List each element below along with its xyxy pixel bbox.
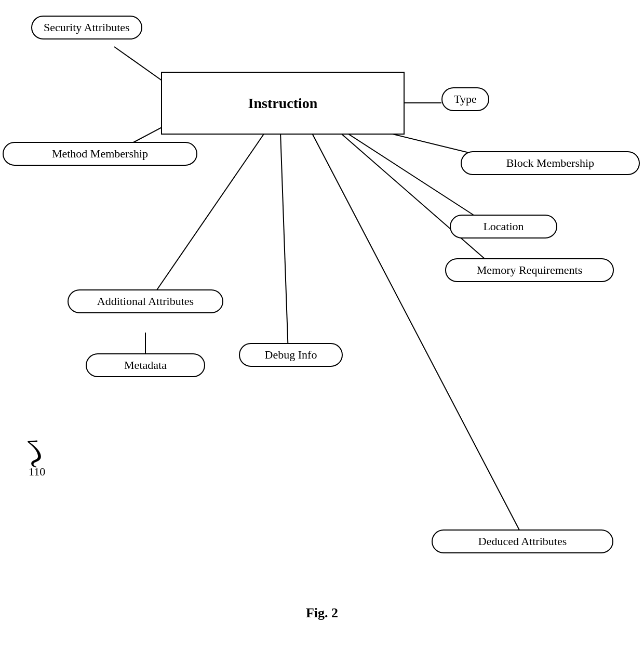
- type-node: Type: [441, 87, 489, 111]
- svg-line-8: [280, 133, 288, 353]
- metadata-label: Metadata: [124, 359, 167, 372]
- memory-requirements-label: Memory Requirements: [477, 263, 582, 277]
- method-membership-label: Method Membership: [52, 147, 148, 161]
- security-attributes-label: Security Attributes: [44, 21, 130, 34]
- figure-number-label: 110: [29, 465, 45, 479]
- memory-requirements-node: Memory Requirements: [445, 258, 614, 282]
- deduced-attributes-node: Deduced Attributes: [432, 529, 613, 553]
- debug-info-node: Debug Info: [239, 343, 343, 367]
- location-node: Location: [450, 215, 557, 239]
- block-membership-node: Block Membership: [461, 151, 640, 175]
- method-membership-node: Method Membership: [3, 142, 197, 166]
- figure-number: ζ: [29, 434, 42, 470]
- type-label: Type: [454, 92, 477, 106]
- security-attributes-node: Security Attributes: [31, 16, 142, 39]
- fig-caption: Fig. 2: [270, 605, 374, 621]
- metadata-node: Metadata: [86, 353, 205, 377]
- diagram: Instruction Security Attributes Type Met…: [0, 0, 644, 649]
- instruction-label: Instruction: [248, 95, 318, 112]
- location-label: Location: [483, 220, 524, 233]
- svg-line-5: [322, 117, 504, 275]
- instruction-node: Instruction: [161, 72, 405, 135]
- deduced-attributes-label: Deduced Attributes: [478, 535, 567, 548]
- svg-line-9: [312, 133, 519, 530]
- additional-attributes-label: Additional Attributes: [97, 295, 194, 308]
- additional-attributes-node: Additional Attributes: [68, 289, 223, 313]
- block-membership-label: Block Membership: [506, 156, 594, 170]
- debug-info-label: Debug Info: [265, 348, 317, 362]
